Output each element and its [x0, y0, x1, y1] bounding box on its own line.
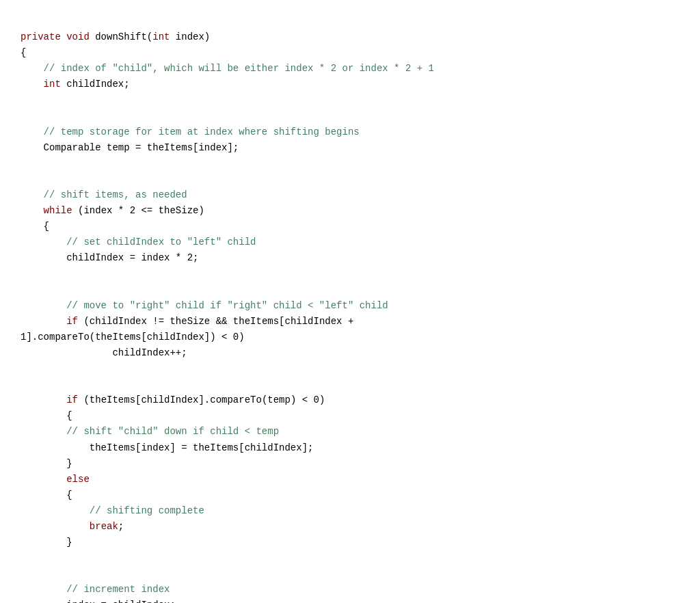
- line-12: // set childIndex to "left" child: [21, 237, 256, 247]
- line-3: // index of "child", which will be eithe…: [21, 63, 434, 74]
- line-11: {: [21, 221, 49, 232]
- line-9: // shift items, as needed: [21, 189, 187, 200]
- line-16: if (childIndex != theSize && theItems[ch…: [21, 316, 353, 327]
- line-20: if (theItems[childIndex].compareTo(temp)…: [21, 394, 325, 405]
- line-29: }: [21, 537, 72, 548]
- line-2: {: [21, 47, 26, 58]
- code-container: private void downShift(int index) { // i…: [0, 0, 700, 603]
- line-7: Comparable temp = theItems[index];: [21, 142, 239, 153]
- line-18: childIndex++;: [21, 347, 187, 358]
- line-13: childIndex = index * 2;: [21, 252, 198, 263]
- line-31: // increment index: [21, 584, 170, 595]
- line-6: // temp storage for item at index where …: [21, 126, 360, 137]
- line-4: int childIndex;: [21, 79, 130, 90]
- line-25: else: [21, 474, 90, 485]
- line-10: while (index * 2 <= theSize): [21, 205, 204, 216]
- line-23: theItems[index] = theItems[childIndex];: [21, 442, 313, 453]
- line-15: // move to "right" child if "right" chil…: [21, 300, 388, 311]
- line-26: {: [21, 490, 72, 500]
- code-block: private void downShift(int index) { // i…: [21, 14, 679, 603]
- line-28: break;: [21, 521, 124, 532]
- line-24: }: [21, 458, 72, 469]
- line-32: index = childIndex;: [21, 600, 176, 603]
- line-27: // shifting complete: [21, 505, 204, 516]
- line-21: {: [21, 410, 72, 421]
- line-1: private void downShift(int index): [21, 31, 210, 42]
- line-17: 1].compareTo(theItems[childIndex]) < 0): [21, 332, 245, 343]
- line-22: // shift "child" down if child < temp: [21, 426, 279, 437]
